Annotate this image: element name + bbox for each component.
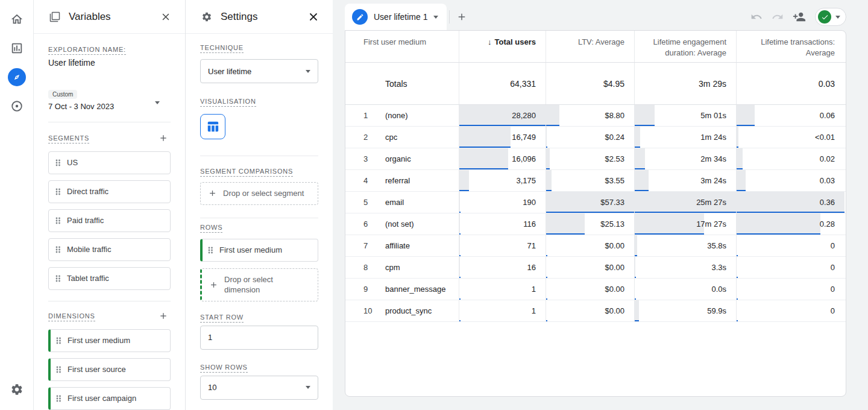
cell-value: 0 bbox=[737, 235, 844, 256]
segment-chip[interactable]: US bbox=[48, 151, 171, 174]
cell-value: $0.24 bbox=[546, 127, 634, 148]
redo-button[interactable] bbox=[772, 11, 784, 23]
dimension-chip[interactable]: First user medium bbox=[48, 329, 171, 352]
metric-cell: $0.00 bbox=[546, 235, 634, 256]
metric-cell: 0 bbox=[736, 235, 844, 256]
nav-reports[interactable] bbox=[0, 34, 34, 63]
show-rows-select[interactable]: 10 bbox=[200, 376, 318, 400]
settings-close-button[interactable] bbox=[306, 10, 321, 24]
dimension-drop-zone[interactable]: Drop or select dimension bbox=[200, 268, 318, 301]
totals-engagement-duration: 3m 29s bbox=[634, 63, 736, 104]
status-menu-button[interactable] bbox=[815, 8, 846, 26]
dimension-cell: 2cpc bbox=[345, 127, 459, 148]
start-row-label: START ROW bbox=[200, 314, 318, 321]
chevron-down-icon bbox=[306, 70, 310, 73]
section-divider bbox=[200, 156, 318, 156]
row-rank: 9 bbox=[363, 285, 385, 294]
plus-icon bbox=[159, 311, 168, 321]
row-rank: 10 bbox=[363, 306, 385, 315]
column-header-engagement-duration[interactable]: Lifetime engagement duration: Average bbox=[634, 31, 736, 62]
dimension-cell: 8cpm bbox=[345, 257, 459, 278]
admin-gear-icon bbox=[10, 383, 24, 396]
undo-button[interactable] bbox=[750, 11, 763, 23]
nav-admin[interactable] bbox=[0, 375, 34, 404]
column-header-transactions-average[interactable]: Lifetime transactions: Average bbox=[736, 31, 844, 62]
visualisation-label: VISUALISATION bbox=[200, 98, 318, 105]
segment-chip[interactable]: Direct traffic bbox=[48, 180, 171, 203]
segment-chip[interactable]: Mobile traffic bbox=[48, 238, 171, 261]
table-row[interactable]: 1(none)28,280$8.805m 01s0.06 bbox=[345, 105, 846, 127]
table-row[interactable]: 5email190$57.3325m 27s0.36 bbox=[345, 192, 846, 213]
row-dimension-value: cpc bbox=[385, 133, 397, 142]
segment-label: Direct traffic bbox=[67, 186, 108, 197]
cell-value: 190 bbox=[459, 192, 546, 213]
table-row[interactable]: 10product_sync1$0.0059.9s0 bbox=[345, 300, 846, 322]
table-row[interactable]: 9banner_message1$0.000.0s0 bbox=[345, 279, 846, 300]
nav-advertising[interactable] bbox=[0, 92, 34, 121]
drag-handle-icon bbox=[55, 187, 61, 197]
share-users-button[interactable] bbox=[793, 10, 806, 24]
table-row[interactable]: 2cpc16,749$0.241m 24s<0.01 bbox=[345, 127, 846, 148]
row-dimension-value: product_sync bbox=[385, 306, 432, 315]
cell-value: 0.02 bbox=[737, 148, 844, 169]
metric-cell: $8.80 bbox=[546, 105, 634, 126]
add-segment-button[interactable] bbox=[156, 131, 171, 145]
rows-dimension-chip[interactable]: First user medium bbox=[200, 239, 318, 262]
dimension-cell: 6(not set) bbox=[345, 213, 459, 235]
add-tab-button[interactable] bbox=[450, 4, 474, 30]
cell-value: 35.8s bbox=[635, 235, 736, 256]
metric-cell: 0.02 bbox=[736, 148, 844, 169]
variables-icon bbox=[49, 11, 60, 22]
technique-value: User lifetime bbox=[208, 67, 251, 76]
table-row[interactable]: 3organic16,096$2.532m 34s0.02 bbox=[345, 148, 846, 170]
technique-select[interactable]: User lifetime bbox=[200, 59, 318, 83]
row-rank: 1 bbox=[363, 111, 385, 120]
variables-close-button[interactable] bbox=[159, 10, 173, 24]
metric-cell: $57.33 bbox=[546, 192, 634, 213]
table-row[interactable]: 4referral3,175$3.553m 24s0.03 bbox=[345, 170, 846, 192]
cell-value: 1 bbox=[459, 279, 546, 300]
segment-chip[interactable]: Tablet traffic bbox=[48, 267, 171, 290]
segment-label: Paid traffic bbox=[67, 215, 104, 226]
dimension-label: First user medium bbox=[68, 335, 130, 346]
column-header-ltv-average[interactable]: LTV: Average bbox=[546, 31, 634, 62]
date-range-value: 7 Oct - 3 Nov 2023 bbox=[48, 102, 171, 111]
column-header-first-user-medium[interactable]: First user medium bbox=[345, 31, 459, 62]
nav-explore[interactable] bbox=[0, 63, 34, 92]
date-range-selector[interactable]: Custom 7 Oct - 3 Nov 2023 bbox=[48, 88, 171, 111]
variables-panel: Variables EXPLORATION NAME: User lifetim… bbox=[34, 0, 186, 410]
exploration-tab[interactable]: User lifetime 1 bbox=[345, 4, 447, 30]
dimension-chip[interactable]: First user source bbox=[48, 358, 171, 381]
column-header-total-users[interactable]: ↓ Total users bbox=[459, 31, 546, 62]
table-visualisation-button[interactable] bbox=[200, 114, 225, 139]
metric-cell: 1 bbox=[459, 279, 546, 300]
table-row[interactable]: 7affiliate71$0.0035.8s0 bbox=[345, 235, 846, 257]
cell-value: 3m 24s bbox=[635, 170, 736, 191]
metric-cell: <0.01 bbox=[736, 127, 844, 148]
dimension-drop-placeholder: Drop or select dimension bbox=[224, 274, 295, 295]
cell-value: 116 bbox=[459, 213, 546, 235]
column-header-label: Total users bbox=[495, 37, 536, 62]
row-dimension-value: affiliate bbox=[385, 241, 410, 250]
cell-value: 0.06 bbox=[737, 105, 844, 126]
segment-chip[interactable]: Paid traffic bbox=[48, 209, 171, 232]
row-rank: 4 bbox=[363, 176, 385, 185]
nav-home[interactable] bbox=[0, 5, 34, 34]
segment-drop-zone[interactable]: Drop or select segment bbox=[200, 182, 318, 205]
canvas-tab-strip: User lifetime 1 bbox=[345, 4, 846, 30]
close-icon bbox=[160, 11, 171, 22]
chevron-down-icon bbox=[835, 16, 840, 19]
drag-handle-icon bbox=[207, 245, 213, 255]
metric-cell: 2m 34s bbox=[634, 148, 736, 169]
totals-ltv-average: $4.95 bbox=[546, 63, 634, 104]
variables-panel-title: Variables bbox=[69, 11, 111, 23]
metric-cell: 116 bbox=[459, 213, 546, 235]
start-row-input[interactable] bbox=[200, 326, 318, 350]
exploration-name-value[interactable]: User lifetime bbox=[48, 58, 171, 68]
dimension-chip[interactable]: First user campaign bbox=[48, 387, 171, 410]
table-row[interactable]: 6(not set)116$25.1317m 27s0.28 bbox=[345, 213, 846, 235]
cell-value: 0 bbox=[737, 257, 844, 278]
cell-value: 0 bbox=[737, 279, 844, 300]
table-row[interactable]: 8cpm16$0.003.3s0 bbox=[345, 257, 846, 279]
add-dimension-button[interactable] bbox=[156, 309, 171, 323]
